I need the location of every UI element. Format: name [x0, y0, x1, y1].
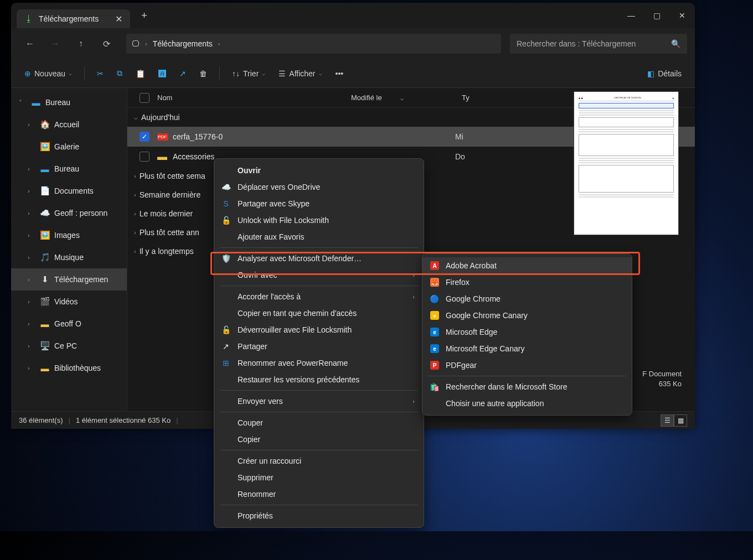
openwith-pdfgear[interactable]: PPDFgear [422, 357, 632, 374]
chevron-right-icon[interactable]: › [134, 191, 136, 198]
delete-button[interactable]: 🗑 [194, 64, 213, 84]
openwith-choisiruneautreapplication[interactable]: Choisir une autre application [422, 395, 632, 412]
menu-item-supprimer[interactable]: Supprimer [214, 469, 424, 486]
breadcrumb-location[interactable]: Téléchargements [153, 39, 213, 48]
col-type[interactable]: Ty [462, 94, 517, 102]
expander-icon[interactable]: › [28, 298, 35, 305]
openwith-googlechrome[interactable]: 🔵Google Chrome [422, 291, 632, 307]
menu-item-dplacerversonedrive[interactable]: ☁️Déplacer vers OneDrive [214, 179, 424, 195]
chevron-right-icon[interactable]: › [134, 173, 136, 179]
expander-icon[interactable]: › [28, 121, 35, 128]
menu-item-unlockwithfilelocksm[interactable]: 🔓Unlock with File Locksmith [214, 212, 424, 229]
chevron-right-icon[interactable]: › [134, 229, 136, 236]
sidebar-item-cepc[interactable]: ›🖥️Ce PC [11, 335, 127, 357]
sidebar-item-bureau[interactable]: ›▬Bureau [11, 158, 127, 180]
menu-item-copierentantquechemi[interactable]: Copier en tant que chemin d'accès [214, 305, 424, 322]
sidebar-item-tlchargemen[interactable]: ›⬇Téléchargemen [11, 268, 127, 291]
openwith-adobeacrobat[interactable]: AAdobe Acrobat [422, 257, 632, 274]
menu-item-renommeravecpowerren[interactable]: ⊞Renommer avec PowerRename [214, 355, 424, 371]
menu-item-renommer[interactable]: Renommer [214, 486, 424, 502]
search-placeholder: Rechercher dans : Téléchargemen [517, 39, 636, 48]
menu-item-restaurerlesversions[interactable]: Restaurer les versions précédentes [214, 371, 424, 388]
menu-icon: ☁️ [221, 183, 231, 191]
sidebar-item-images[interactable]: ›🖼️Images [11, 224, 127, 246]
chevron-down-icon[interactable]: ⌵ [134, 114, 138, 121]
menu-item-proprits[interactable]: Propriétés [214, 507, 424, 524]
col-name[interactable]: Nom [157, 94, 351, 102]
sidebar-item-musique[interactable]: ›🎵Musique [11, 246, 127, 268]
tab-downloads[interactable]: ⭳ Téléchargements ✕ [17, 9, 130, 28]
up-button[interactable]: ↑ [70, 33, 92, 55]
sort-button[interactable]: ↑↓ Trier ⌵ [226, 64, 271, 84]
close-button[interactable]: ✕ [669, 6, 695, 25]
sidebar-item-vidos[interactable]: ›🎬Vidéos [11, 291, 127, 313]
sidebar-item-bibliothques[interactable]: ›▬Bibliothèques [11, 357, 127, 379]
rename-button[interactable]: 🅰 [153, 64, 172, 84]
details-pane-button[interactable]: ◧ Détails [642, 64, 687, 84]
expander-icon[interactable]: › [28, 343, 35, 349]
view-button[interactable]: ☰ Afficher ⌵ [273, 64, 327, 84]
sidebar-item-galerie[interactable]: 🖼️Galerie [11, 136, 127, 158]
context-menu[interactable]: Ouvrir☁️Déplacer vers OneDriveSPartager … [214, 158, 424, 528]
expander-icon[interactable]: › [28, 165, 35, 172]
col-modified[interactable]: Modifié le ⌵ [351, 94, 462, 102]
expander-icon[interactable]: › [28, 232, 35, 238]
new-button[interactable]: ⊕ Nouveau ⌵ [19, 64, 78, 84]
minimize-button[interactable]: — [618, 6, 644, 25]
menu-item-partageravecskype[interactable]: SPartager avec Skype [214, 195, 424, 212]
search-box[interactable]: Rechercher dans : Téléchargemen 🔍 [510, 34, 687, 54]
sidebar[interactable]: ˅▬Bureau›🏠Accueil🖼️Galerie›▬Bureau›📄Docu… [11, 88, 127, 411]
openwith-rechercherdanslemicrosoftstore[interactable]: 🛍️Rechercher dans le Microsoft Store [422, 378, 632, 395]
expander-icon[interactable]: › [28, 254, 35, 261]
sidebar-item-geoffpersonn[interactable]: ›☁️Geoff : personn [11, 202, 127, 224]
openwith-microsoftedgecanary[interactable]: eMicrosoft Edge Canary [422, 340, 632, 357]
sidebar-item-accueil[interactable]: ›🏠Accueil [11, 113, 127, 136]
menu-item-ouvriravec[interactable]: Ouvrir avec› [214, 267, 424, 283]
expander-icon[interactable]: › [28, 320, 35, 327]
sidebar-item-bureau[interactable]: ˅▬Bureau [11, 91, 127, 113]
menu-item-envoyervers[interactable]: Envoyer vers› [214, 393, 424, 409]
tab-close-button[interactable]: ✕ [115, 14, 122, 24]
chevron-right-icon[interactable]: › [134, 210, 136, 217]
open-with-submenu[interactable]: AAdobe Acrobat🦊Firefox🔵Google Chrome●Goo… [422, 253, 632, 416]
folder-icon: 🎬 [40, 297, 50, 307]
cut-button[interactable]: ✂ [91, 64, 109, 84]
menu-item-accorderlaccs[interactable]: Accorder l'accès à› [214, 288, 424, 305]
expander-icon[interactable]: ˅ [19, 99, 27, 106]
paste-button[interactable]: 📋 [130, 64, 151, 84]
cut-icon: ✂ [97, 69, 104, 78]
menu-item-dverrouilleravecfile[interactable]: 🔓Déverrouiller avec File Locksmith [214, 322, 424, 338]
sidebar-item-documents[interactable]: ›📄Documents [11, 180, 127, 202]
menu-item-couper[interactable]: Couper [214, 414, 424, 431]
select-all-checkbox[interactable] [140, 93, 149, 103]
menu-item-copier[interactable]: Copier [214, 431, 424, 448]
sidebar-item-geoffo[interactable]: ›▬Geoff O [11, 313, 127, 335]
details-view-toggle[interactable]: ☰ [661, 414, 674, 427]
expander-icon[interactable]: › [28, 365, 35, 371]
row-checkbox[interactable] [140, 152, 149, 162]
menu-item-partager[interactable]: ↗Partager [214, 338, 424, 355]
forward-button[interactable]: → [44, 33, 66, 55]
row-checkbox[interactable]: ✓ [140, 132, 149, 142]
menu-item-ajouterauxfavoris[interactable]: Ajouter aux Favoris [214, 229, 424, 245]
menu-item-ouvrir[interactable]: Ouvrir [214, 162, 424, 179]
copy-button[interactable]: ⧉ [111, 64, 128, 84]
refresh-button[interactable]: ⟳ [95, 33, 117, 55]
new-tab-button[interactable]: + [141, 10, 147, 22]
expander-icon[interactable]: › [28, 188, 35, 194]
menu-item-analyseravecmicrosof[interactable]: 🛡️Analyser avec Microsoft Defender… [214, 250, 424, 267]
thumbnails-view-toggle[interactable]: ▦ [674, 414, 687, 427]
more-button[interactable]: ••• [330, 64, 349, 84]
breadcrumb[interactable]: 🖵 › Téléchargements › [126, 34, 501, 54]
chevron-right-icon[interactable]: › [134, 248, 136, 255]
share-button[interactable]: ↗ [174, 64, 192, 84]
maximize-button[interactable]: ▢ [644, 6, 669, 25]
menu-item-crerunraccourci[interactable]: Créer un raccourci [214, 453, 424, 469]
openwith-microsoftedge[interactable]: eMicrosoft Edge [422, 324, 632, 340]
back-button[interactable]: ← [19, 33, 41, 55]
expander-icon[interactable]: › [28, 210, 35, 216]
openwith-googlechromecanary[interactable]: ●Google Chrome Canary [422, 307, 632, 324]
expander-icon[interactable]: › [28, 276, 35, 283]
submenu-arrow-icon: › [412, 398, 415, 405]
openwith-firefox[interactable]: 🦊Firefox [422, 274, 632, 291]
